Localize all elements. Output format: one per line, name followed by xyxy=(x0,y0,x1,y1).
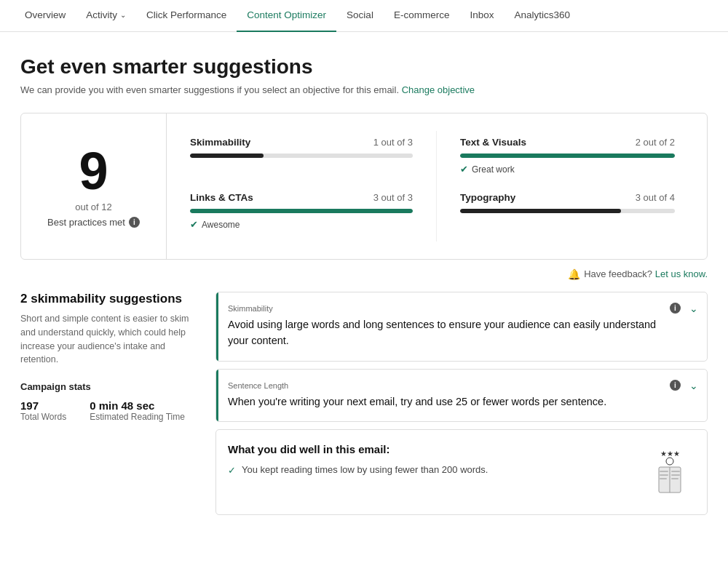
stat-label: Estimated Reading Time xyxy=(90,412,185,422)
score-number: 9 xyxy=(79,145,108,197)
progress-bar-fill xyxy=(460,154,675,158)
stat-item: 0 min 48 sec Estimated Reading Time xyxy=(90,399,185,422)
nav-label-analytics360: Analytics360 xyxy=(514,9,570,20)
nav-label-click-performance: Click Performance xyxy=(146,9,226,20)
nav-item-overview[interactable]: Overview xyxy=(15,0,76,32)
suggestions-section: 2 skimmability suggestions Short and sim… xyxy=(20,292,708,522)
card-chevron-icon[interactable]: ⌄ xyxy=(689,303,698,314)
progress-bar-fill xyxy=(190,209,413,213)
feedback-text: Have feedback? xyxy=(584,268,652,280)
suggestion-card-inner: Skimmability Avoid using large words and… xyxy=(216,292,707,361)
score-summary: 9 out of 12 Best practices met i xyxy=(21,113,167,259)
chevron-down-icon: ⌄ xyxy=(120,11,126,19)
metric-cell-text-&-visuals: Text & Visuals 2 out of 2 ✔Great work xyxy=(437,131,687,186)
progress-bar-bg xyxy=(190,154,413,158)
score-out-of: out of 12 xyxy=(75,202,112,212)
metric-status: ✔Awesome xyxy=(190,219,413,230)
info-icon[interactable]: i xyxy=(129,217,140,228)
suggestion-text: Avoid using large words and long sentenc… xyxy=(228,317,678,349)
stat-value: 0 min 48 sec xyxy=(90,399,185,412)
did-well-item: ✓ You kept reading times low by using fe… xyxy=(228,464,633,476)
suggestions-description: Short and simple content is easier to sk… xyxy=(20,312,195,367)
progress-bar-bg xyxy=(460,209,675,213)
metric-name: Typography xyxy=(460,192,515,203)
suggestion-card-inner: Sentence Length When you're writing your… xyxy=(216,370,707,422)
progress-bar-fill xyxy=(460,209,621,213)
svg-point-9 xyxy=(666,458,673,465)
metric-score: 2 out of 2 xyxy=(636,137,675,148)
nav-label-inbox: Inbox xyxy=(470,9,494,20)
score-card: 9 out of 12 Best practices met i Skimmab… xyxy=(20,113,708,260)
svg-rect-6 xyxy=(671,474,680,476)
card-accent xyxy=(216,370,218,422)
check-icon: ✓ xyxy=(228,465,236,476)
suggestion-card: Sentence Length When you're writing your… xyxy=(215,369,708,423)
score-label-text: Best practices met xyxy=(47,217,125,228)
nav-item-analytics360[interactable]: Analytics360 xyxy=(504,0,580,32)
svg-rect-2 xyxy=(660,471,668,472)
suggestions-left-panel: 2 skimmability suggestions Short and sim… xyxy=(20,292,195,522)
metric-cell-typography: Typography 3 out of 4 xyxy=(437,186,687,242)
nav-label-e-commerce: E-commerce xyxy=(394,9,450,20)
nav-item-content-optimizer[interactable]: Content Optimizer xyxy=(237,0,336,32)
page-subtitle: We can provide you with even smarter sug… xyxy=(20,84,708,95)
page-title: Get even smarter suggestions xyxy=(20,55,708,79)
svg-rect-4 xyxy=(660,478,667,479)
suggestion-card: Skimmability Avoid using large words and… xyxy=(215,292,708,362)
svg-rect-3 xyxy=(660,474,668,476)
nav-item-social[interactable]: Social xyxy=(336,0,384,32)
svg-text:★★★: ★★★ xyxy=(660,450,680,458)
nav-label-content-optimizer: Content Optimizer xyxy=(247,9,326,20)
svg-rect-7 xyxy=(671,478,678,479)
metric-header: Typography 3 out of 4 xyxy=(460,192,675,203)
suggestions-heading: 2 skimmability suggestions xyxy=(20,292,195,306)
suggestion-category: Sentence Length xyxy=(228,381,678,390)
metric-score: 3 out of 4 xyxy=(636,192,675,203)
did-well-card: What you did well in this email: ✓ You k… xyxy=(215,429,708,515)
bell-icon: 🔔 xyxy=(568,268,580,280)
progress-bar-bg xyxy=(190,209,413,213)
progress-bar-bg xyxy=(460,154,675,158)
suggestion-category: Skimmability xyxy=(228,304,678,313)
stat-value: 197 xyxy=(20,399,66,412)
svg-rect-5 xyxy=(671,471,680,472)
subtitle-text: We can provide you with even smarter sug… xyxy=(20,84,399,95)
metric-score: 3 out of 3 xyxy=(373,192,413,203)
metric-cell-links-&-ctas: Links & CTAs 3 out of 3 ✔Awesome xyxy=(187,186,437,242)
card-chevron-icon[interactable]: ⌄ xyxy=(689,380,698,391)
check-circle-icon: ✔ xyxy=(190,219,198,230)
card-info-icon[interactable]: i xyxy=(670,380,681,391)
metric-name: Text & Visuals xyxy=(460,137,526,148)
stat-label: Total Words xyxy=(20,412,66,422)
suggestion-text: When you're writing your next email, try… xyxy=(228,394,678,410)
metric-status-text: Awesome xyxy=(202,220,240,230)
metric-status-text: Great work xyxy=(472,164,515,175)
navigation: Overview Activity ⌄ Click Performance Co… xyxy=(0,0,728,32)
main-content: Get even smarter suggestions We can prov… xyxy=(0,32,728,537)
suggestions-right-panel: Skimmability Avoid using large words and… xyxy=(215,292,708,522)
nav-item-e-commerce[interactable]: E-commerce xyxy=(384,0,460,32)
nav-label-overview: Overview xyxy=(25,9,66,20)
campaign-stats-title: Campaign stats xyxy=(20,381,195,392)
metric-header: Skimmability 1 out of 3 xyxy=(190,137,413,148)
card-info-icon[interactable]: i xyxy=(670,303,681,314)
score-metrics: Skimmability 1 out of 3 Text & Visuals 2… xyxy=(167,113,707,259)
did-well-illustration: ★★★ xyxy=(644,443,695,501)
stat-item: 197 Total Words xyxy=(20,399,66,422)
nav-item-activity[interactable]: Activity ⌄ xyxy=(76,0,136,32)
progress-bar-fill xyxy=(190,154,264,158)
stats-row: 197 Total Words 0 min 48 sec Estimated R… xyxy=(20,399,195,422)
nav-item-inbox[interactable]: Inbox xyxy=(459,0,504,32)
change-objective-link[interactable]: Change objective xyxy=(402,84,475,95)
did-well-title: What you did well in this email: xyxy=(228,443,633,455)
did-well-item-text: You kept reading times low by using fewe… xyxy=(242,464,488,475)
nav-item-click-performance[interactable]: Click Performance xyxy=(136,0,237,32)
check-circle-icon: ✔ xyxy=(460,164,468,175)
metric-status: ✔Great work xyxy=(460,164,675,175)
metric-name: Skimmability xyxy=(190,137,250,148)
card-accent xyxy=(216,292,218,361)
feedback-row: 🔔 Have feedback? Let us know. xyxy=(20,260,708,286)
nav-label-social: Social xyxy=(347,9,373,20)
feedback-link[interactable]: Let us know. xyxy=(655,268,708,280)
metric-name: Links & CTAs xyxy=(190,192,253,203)
